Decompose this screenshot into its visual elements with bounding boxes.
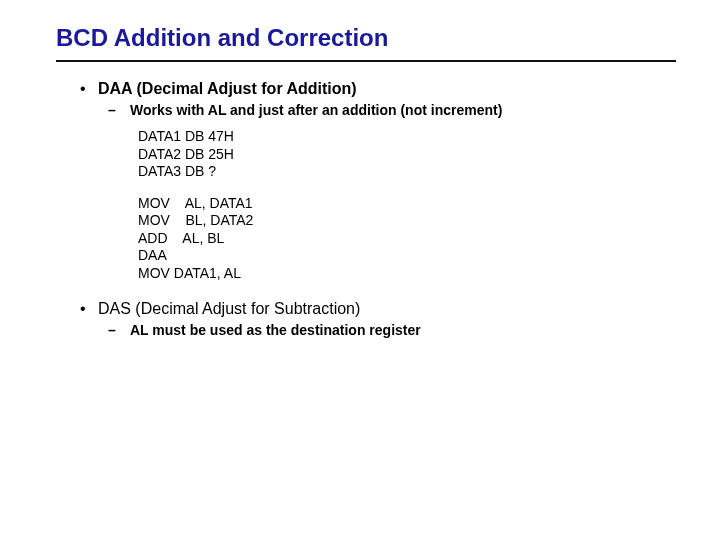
sub-item-text: AL must be used as the destination regis…	[130, 322, 421, 338]
list-item: • DAA (Decimal Adjust for Addition) – Wo…	[80, 80, 680, 282]
bullet-list: • DAA (Decimal Adjust for Addition) – Wo…	[80, 80, 680, 338]
sub-item-text: Works with AL and just after an addition…	[130, 102, 502, 118]
dash-icon: –	[108, 322, 130, 338]
sub-list: – AL must be used as the destination reg…	[108, 322, 680, 338]
code-block: DATA1 DB 47H DATA2 DB 25H DATA3 DB ?	[138, 128, 680, 181]
item-text: DAS (Decimal Adjust for Subtraction)	[98, 300, 360, 318]
slide-title: BCD Addition and Correction	[56, 24, 680, 52]
bullet-icon: •	[80, 300, 98, 318]
sub-list: – Works with AL and just after an additi…	[108, 102, 680, 118]
dash-icon: –	[108, 102, 130, 118]
list-item: • DAS (Decimal Adjust for Subtraction) –…	[80, 300, 680, 338]
list-item: – AL must be used as the destination reg…	[108, 322, 680, 338]
list-item: – Works with AL and just after an additi…	[108, 102, 680, 118]
bullet-icon: •	[80, 80, 98, 98]
code-block: MOV AL, DATA1 MOV BL, DATA2 ADD AL, BL D…	[138, 195, 680, 283]
item-text: DAA (Decimal Adjust for Addition)	[98, 80, 357, 98]
title-divider	[56, 60, 676, 62]
